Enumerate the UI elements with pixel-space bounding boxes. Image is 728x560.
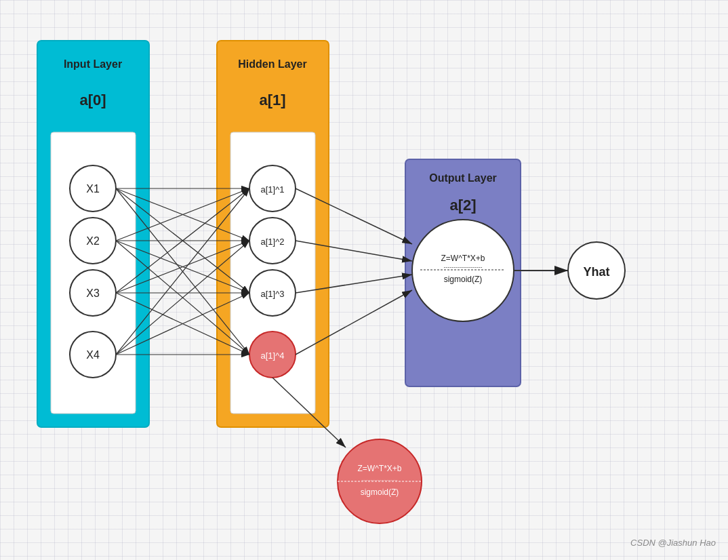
neural-network-svg: Input Layer a[0] X1 X2 X3 X4 Hidden Laye… — [0, 0, 728, 560]
watermark: CSDN @Jiashun Hao — [630, 538, 716, 548]
output-layer-sublabel: a[2] — [449, 197, 476, 214]
node-x1-label: X1 — [86, 183, 100, 195]
node-a1-4-label: a[1]^4 — [260, 351, 284, 361]
output-node-circle — [412, 220, 514, 321]
hidden-layer-sublabel: a[1] — [259, 92, 285, 108]
popup-text2: sigmoid(Z) — [361, 487, 399, 497]
node-a1-3-label: a[1]^3 — [260, 289, 284, 299]
output-node-text2: sigmoid(Z) — [444, 275, 483, 284]
yhat-label: Yhat — [583, 265, 609, 279]
input-layer-title: Input Layer — [64, 58, 122, 70]
hidden-layer-title: Hidden Layer — [238, 58, 306, 70]
popup-text1: Z=W^T*X+b — [358, 464, 402, 473]
node-x4-label: X4 — [86, 349, 100, 361]
node-a1-1-label: a[1]^1 — [260, 184, 284, 195]
input-layer-sublabel: a[0] — [79, 92, 106, 108]
output-node-sep: ------------------- — [444, 264, 483, 271]
node-x2-label: X2 — [86, 235, 100, 247]
node-a1-2-label: a[1]^2 — [260, 237, 284, 247]
output-node-text1: Z=W^T*X+b — [441, 254, 485, 263]
node-x3-label: X3 — [86, 287, 100, 299]
popup-sep: -------------------- — [361, 477, 398, 483]
diagram-container: Input Layer a[0] X1 X2 X3 X4 Hidden Laye… — [0, 0, 728, 560]
output-layer-title: Output Layer — [429, 172, 497, 184]
